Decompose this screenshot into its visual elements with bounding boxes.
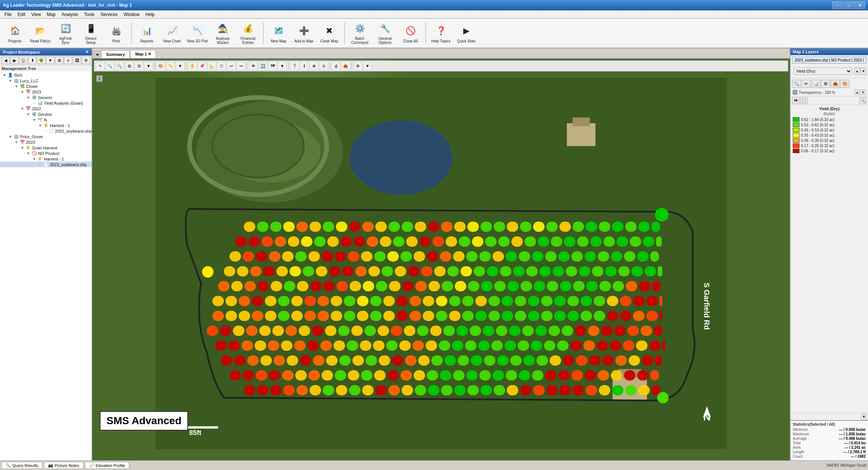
menu-help[interactable]: Help <box>143 11 158 18</box>
management-tree[interactable]: ▼ 👤 Rich ▼ 🏢 Lucy_LLC ▼ 🌿 Clover ▼ 📅 202… <box>0 72 92 460</box>
dropdown-tool[interactable]: ▼ <box>144 61 153 70</box>
tree-tool-forward[interactable]: ▶ <box>10 57 19 64</box>
attr-expand[interactable]: ▲ <box>854 67 860 75</box>
new-chart-button[interactable]: 📈 New Chart <box>160 20 184 47</box>
layer-settings-tool[interactable]: ⚙ <box>821 80 830 88</box>
tree-node-harvest-2023[interactable]: ▼ 🌾 Harvest - 1 <box>0 156 92 162</box>
expand-price-grove[interactable]: ▼ <box>7 135 13 139</box>
expand-2023-shp[interactable]: — <box>37 163 43 166</box>
tree-node-2022[interactable]: ▼ 📅 2022 <box>0 106 92 111</box>
expand-clover[interactable]: ▼ <box>13 85 19 88</box>
tree-node-yield-analysis[interactable]: — 📊 Yield Analysis (Grain) <box>0 100 92 106</box>
dropdown2-tool[interactable]: ▼ <box>176 61 185 70</box>
tree-node-no-product[interactable]: ▼ 🚫 NO Product <box>0 150 92 156</box>
tree-node-generic-1[interactable]: ▼ ⚙️ Generic <box>0 95 92 100</box>
expand-generic-2[interactable]: ▼ <box>25 112 31 116</box>
point-tool[interactable]: 📌 <box>198 61 207 70</box>
query-tool[interactable]: ⊙ <box>319 61 328 70</box>
transparency-swatch[interactable] <box>793 90 797 95</box>
status-tab-pictures[interactable]: 📷 Picture Notes <box>44 462 83 469</box>
settings-map-tool[interactable]: ⚙ <box>353 61 362 70</box>
menu-edit[interactable]: Edit <box>15 11 28 18</box>
menu-file[interactable]: File <box>1 11 15 18</box>
tree-node-2023-clover[interactable]: ▼ 📅 2023 <box>0 89 92 95</box>
layer-vis-tool[interactable]: 👁 <box>249 61 258 70</box>
menu-window[interactable]: Window <box>121 11 143 18</box>
expand-harvest-2022[interactable]: ▼ <box>37 124 43 127</box>
agfiniti-sync-button[interactable]: 🔄 AgFiniti Sync <box>54 20 77 47</box>
device-setup-button[interactable]: 📱 Device Setup <box>79 20 103 47</box>
attr-collapse[interactable]: ▼ <box>861 67 867 75</box>
tree-tool-up[interactable]: ⬆ <box>28 57 36 64</box>
expand-lucy[interactable]: ▼ <box>7 79 13 83</box>
expand-no-product[interactable]: ▼ <box>25 152 31 155</box>
layer-edit-tool[interactable]: ✏ <box>802 80 811 88</box>
tree-node-grain-harvest[interactable]: ▼ 🌾 Grain Harvest <box>0 145 92 150</box>
new-3d-plot-button[interactable]: 📉 New 3D Plot <box>185 20 209 47</box>
close-all-button[interactable]: 🚫 Close All <box>398 20 422 47</box>
attribute-dropdown[interactable]: Yield (Dry) <box>794 67 852 75</box>
batch-command-button[interactable]: ⚙️ Batch Command <box>348 20 372 47</box>
layer-export-tool[interactable]: 📤 <box>831 80 840 88</box>
projects-button[interactable]: 🏠 Projects <box>3 20 27 47</box>
menu-analysis[interactable]: Analysis <box>58 11 81 18</box>
layer-color-tool[interactable]: 🎨 <box>840 80 849 88</box>
expand-2022-shp[interactable]: — <box>43 129 49 133</box>
tree-node-price-grove[interactable]: ▼ 🏢 Price_Grove <box>0 134 92 139</box>
tree-tool-tree[interactable]: 🌳 <box>37 57 45 64</box>
tree-tool-img[interactable]: 🖼 <box>73 57 81 64</box>
tree-node-2023-shp[interactable]: — 📄 2023_soybeans.shp <box>0 162 92 167</box>
new-map-button[interactable]: 🗺️ New Map <box>267 20 290 47</box>
tree-tool-filter[interactable]: ▼ <box>46 57 54 64</box>
panel-expand-btn[interactable]: ▼ <box>861 414 867 419</box>
menu-tools[interactable]: Tools <box>81 11 98 18</box>
maximize-button[interactable]: □ <box>843 1 854 9</box>
pan-tool[interactable]: ✋ <box>188 61 197 70</box>
polygon-tool[interactable]: ⬡ <box>217 61 226 70</box>
tree-node-rich[interactable]: ▼ 👤 Rich <box>0 72 92 78</box>
tree-tool-settings[interactable]: ⚙ <box>82 57 90 64</box>
tree-node-n[interactable]: ▼ 🌱 N <box>0 117 92 123</box>
menu-map[interactable]: Map <box>44 11 58 18</box>
menu-view[interactable]: View <box>28 11 44 18</box>
tree-node-clover[interactable]: ▼ 🌿 Clover <box>0 83 92 89</box>
expand-rich[interactable]: ▼ <box>1 73 7 77</box>
expand-2022[interactable]: ▼ <box>19 107 25 111</box>
help-topics-button[interactable]: ❓ Help Topics <box>429 20 453 47</box>
layer-zoom-tool[interactable]: 🔍 <box>792 80 801 88</box>
close-button[interactable]: ✕ <box>855 1 865 9</box>
redo-tool[interactable]: ↪ <box>236 61 245 70</box>
help-tool[interactable]: ❓ <box>290 61 299 70</box>
dropdown4-tool[interactable]: ▼ <box>363 61 372 70</box>
measure-tool[interactable]: 📏 <box>166 61 175 70</box>
expand-2023-clover[interactable]: ▼ <box>19 90 25 94</box>
tree-node-generic-2[interactable]: ▼ ⚙️ Generic <box>0 111 92 117</box>
line-tool[interactable]: 📐 <box>207 61 216 70</box>
print-button[interactable]: 🖨️ Print <box>104 20 128 47</box>
status-tab-elevation[interactable]: 📈 Elevation Profile <box>85 462 130 469</box>
expand-2023-price[interactable]: ▼ <box>13 140 19 144</box>
close-map-button[interactable]: ✖ Close Map <box>317 20 341 47</box>
quick-start-button[interactable]: ▶ Quick Start <box>454 20 478 47</box>
transparency-down[interactable]: ▼ <box>861 90 866 95</box>
zoom-layer-tool[interactable]: ⊟ <box>134 61 143 70</box>
general-options-button[interactable]: 🔧 General Options <box>373 20 397 47</box>
tree-node-2022-shp[interactable]: — 📄 2022_soybeans.shp <box>0 128 92 134</box>
read-files-button[interactable]: 📂 Read File(s) <box>28 20 52 47</box>
export-tool[interactable]: 📤 <box>341 61 350 70</box>
menu-services[interactable]: Services <box>98 11 121 18</box>
tree-tool-grid[interactable]: ⊞ <box>55 57 63 64</box>
tab-map1[interactable]: Map 1 ✕ <box>130 50 156 58</box>
legend-icon-1[interactable]: 🗺 <box>792 97 799 104</box>
tree-tool-back[interactable]: ◀ <box>1 57 10 64</box>
zoom-fit-tool[interactable]: ⊞ <box>125 61 134 70</box>
zoom-out-tool[interactable]: 🔍 <box>115 61 124 70</box>
undo-tool[interactable]: ↩ <box>227 61 236 70</box>
layer-chart-tool[interactable]: 📊 <box>811 80 820 88</box>
tab-prev[interactable]: ◀ <box>94 51 100 58</box>
expand-n[interactable]: ▼ <box>31 118 37 122</box>
tree-node-harvest-2022[interactable]: ▼ 🌾 Harvest - 1 <box>0 123 92 128</box>
reports-button[interactable]: 📊 Reports <box>135 20 159 47</box>
print-map-tool[interactable]: 🖨 <box>331 61 340 70</box>
color-tool[interactable]: 🎨 <box>156 61 165 70</box>
